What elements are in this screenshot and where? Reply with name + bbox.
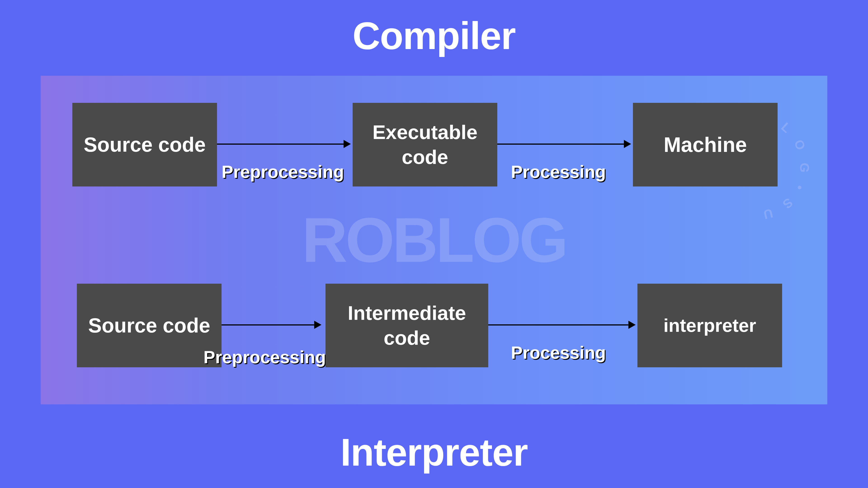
watermark-text: ROBLOG (302, 204, 566, 276)
title-interpreter: Interpreter (340, 430, 528, 475)
box-label: Executable code (352, 120, 497, 170)
box-interpreter-source: Source code (77, 284, 221, 367)
box-label: interpreter (663, 314, 756, 337)
box-compiler-machine: Machine (633, 103, 778, 186)
box-label: Intermediate code (326, 301, 488, 350)
box-interpreter-final: interpreter (638, 284, 782, 367)
title-compiler: Compiler (352, 13, 516, 58)
arrow-label-compiler-processing: Processing (511, 162, 606, 182)
box-compiler-source: Source code (72, 103, 217, 186)
arrow-label-interpreter-preprocessing: Preprocessing (204, 347, 326, 368)
diagram-panel: ROBLOG P E R • B L O G • S U Source code… (41, 76, 827, 404)
box-interpreter-intermediate: Intermediate code (326, 284, 488, 367)
box-label: Machine (664, 132, 747, 158)
box-label: Source code (88, 313, 210, 338)
box-label: Source code (84, 132, 206, 157)
arrow-label-compiler-preprocessing: Preprocessing (221, 162, 344, 182)
arrow-label-interpreter-processing: Processing (511, 342, 606, 363)
box-compiler-executable: Executable code (352, 103, 497, 186)
